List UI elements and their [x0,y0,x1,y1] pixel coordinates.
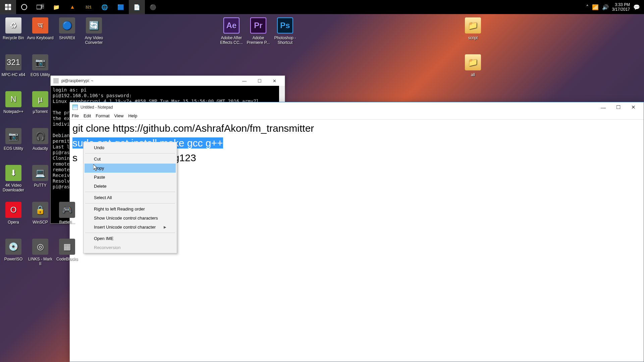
putty-title-text: pi@raspberrypi: ~ [61,78,93,83]
icon-label: Photoshop - Shortcut [272,36,299,45]
context-select-all[interactable]: Select All [85,193,176,202]
desktop-icon-avro-keyboard[interactable]: অAvro Keyboard [27,17,54,40]
cortana-button[interactable] [16,0,32,14]
app-icon: 🔄 [86,17,102,34]
tray-volume-icon[interactable]: 🔊 [602,4,609,10]
context-menu: UndoCutCopyPasteDeleteSelect AllRight to… [83,142,177,253]
desktop: pi@raspberrypi: ~ — ☐ ✕ login as: pi pi@… [0,14,644,362]
context-show-unicode-control-characters[interactable]: Show Unicode control characters [85,214,176,223]
desktop-icon-putty[interactable]: 💻PuTTY [27,165,54,188]
notepad-maximize-button[interactable]: ☐ [611,103,626,112]
icon-label: SHAREit [54,36,80,40]
menu-view[interactable]: View [114,113,124,118]
icon-label: Avro Keyboard [27,36,54,40]
putty-maximize-button[interactable]: ☐ [252,76,267,85]
context-copy[interactable]: Copy [85,164,176,173]
start-button[interactable] [0,0,16,14]
context-paste[interactable]: Paste [85,173,176,182]
app-icon: 🎧 [32,128,48,144]
icon-label: Adobe After Effects CC... [218,36,245,45]
context-delete[interactable]: Delete [85,182,176,191]
notepad-title-text: Untitled - Notepad [80,105,113,110]
icon-label: Opera [0,220,27,225]
folder-icon: 📁 [465,17,481,34]
tb-explorer[interactable]: 📁 [48,0,64,14]
np-line3-pre: s [72,152,77,163]
tray-network-icon[interactable]: 📶 [592,4,599,10]
app-icon: 321 [5,54,21,70]
app-icon: µ [32,91,48,107]
icon-label: Notepad++ [0,109,27,114]
app-icon: ♻ [5,17,21,34]
tb-vlc[interactable]: ▲ [64,0,80,14]
tb-mpc[interactable]: 321 [80,0,97,14]
tray-chevron-icon[interactable]: ˄ [586,4,589,10]
icon-label: EOS Utility [0,146,27,151]
context-open-ime[interactable]: Open IME [85,234,176,243]
icon-label: WinSCP [27,220,54,225]
svg-rect-1 [8,4,11,7]
taskbar: 📁 ▲ 321 🌐 🟦 📄 ⚫ ˄ 📶 🔊 3:33 PM 3/17/2017 … [0,0,644,14]
tb-app1[interactable]: 🟦 [113,0,129,14]
tb-notepad[interactable]: 📄 [129,0,145,14]
desktop-icon-notepad-[interactable]: NNotepad++ [0,91,27,114]
desktop-icon-mpc-hc-x64[interactable]: 321MPC-HC x64 [0,54,27,77]
desktop-icon-adobe-after-effects-cc-[interactable]: AeAdobe After Effects CC... [218,17,245,45]
taskview-button[interactable] [32,0,48,14]
svg-point-4 [21,4,27,10]
putty-titlebar[interactable]: pi@raspberrypi: ~ — ☐ ✕ [51,76,285,86]
icon-label: Battlefi... [54,220,80,225]
notepad-menubar: FileEditFormatViewHelp [70,112,644,120]
tray-notifications-icon[interactable]: 💬 [633,4,640,10]
app-icon: Ps [277,17,293,34]
svg-rect-2 [5,7,8,10]
svg-rect-3 [8,7,11,10]
icon-label: 4K Video Downloader [0,183,27,192]
taskbar-clock[interactable]: 3:33 PM 3/17/2017 [612,2,630,12]
svg-rect-7 [42,6,44,8]
notepad-close-button[interactable]: ✕ [626,103,641,112]
desktop-icon-all[interactable]: 📁all [460,54,486,77]
desktop-icon-codeblocks[interactable]: ▦CodeBlocks [54,239,80,261]
tb-obs[interactable]: ⚫ [145,0,161,14]
putty-close-button[interactable]: ✕ [267,76,282,85]
context-insert-unicode-control-character[interactable]: Insert Unicode control character▶ [85,223,176,232]
desktop-icon-eos-utility[interactable]: 📷EOS Utility [27,54,54,77]
desktop-icon-poweriso[interactable]: 💿PowerISO [0,239,27,261]
context-right-to-left-reading-order[interactable]: Right to left Reading order [85,204,176,214]
desktop-icon-shareit[interactable]: 🔵SHAREit [54,17,80,40]
desktop-icon-recycle-bin[interactable]: ♻Recycle Bin [0,17,27,40]
app-icon: অ [32,17,48,34]
menu-help[interactable]: Help [128,113,137,118]
app-icon: O [5,202,21,218]
notepad-titlebar[interactable]: Untitled - Notepad — ☐ ✕ [70,102,644,112]
desktop-icon-any-video-converter[interactable]: 🔄Any Video Converter [80,17,107,45]
desktop-icon-winscp[interactable]: 🔒WinSCP [27,202,54,225]
app-icon: 📷 [32,54,48,70]
desktop-icon-eos-utility[interactable]: 📷EOS Utility [0,128,27,151]
desktop-icon-opera[interactable]: OOpera [0,202,27,225]
desktop-icon-adobe-premiere-p-[interactable]: PrAdobe Premiere P... [245,17,272,45]
menu-edit[interactable]: Edit [84,113,91,118]
desktop-icon-links-mark-ii[interactable]: ◎LINKS - Mark II [27,239,54,266]
desktop-icon--torrent[interactable]: µµTorrent [27,91,54,114]
desktop-icon-battlefi-[interactable]: 🎮Battlefi... [54,202,80,225]
desktop-icon-script[interactable]: 📁script [460,17,486,40]
context-undo[interactable]: Undo [85,143,176,152]
icon-label: MPC-HC x64 [0,72,27,77]
app-icon: 🔵 [59,17,75,34]
context-cut[interactable]: Cut [85,155,176,164]
folder-icon: 📁 [465,54,481,70]
notepad-minimize-button[interactable]: — [596,103,611,112]
app-icon: 🔒 [32,202,48,218]
context-separator [85,203,175,203]
menu-file[interactable]: File [72,113,79,118]
tb-chrome[interactable]: 🌐 [97,0,113,14]
submenu-arrow-icon: ▶ [164,225,166,229]
desktop-icon-4k-video-downloader[interactable]: ⬇4K Video Downloader [0,165,27,192]
svg-rect-6 [42,4,44,6]
menu-format[interactable]: Format [96,113,109,118]
putty-minimize-button[interactable]: — [237,76,252,85]
desktop-icon-photoshop-shortcut[interactable]: PsPhotoshop - Shortcut [272,17,299,45]
desktop-icon-audacity[interactable]: 🎧Audacity [27,128,54,151]
